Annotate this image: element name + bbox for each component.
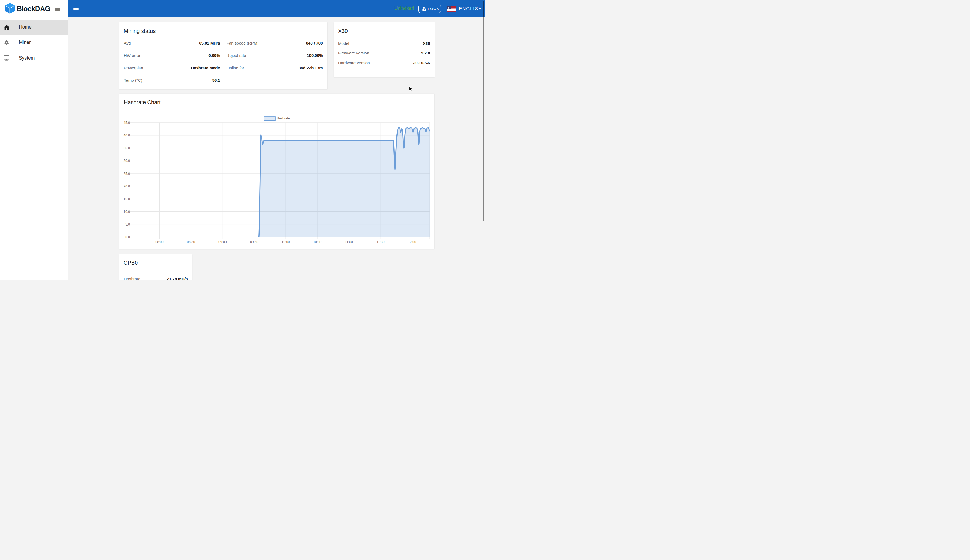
svg-text:0.0: 0.0 [125, 235, 130, 239]
svg-text:15.0: 15.0 [124, 197, 130, 201]
svg-text:35.0: 35.0 [124, 146, 130, 150]
svg-text:30.0: 30.0 [124, 159, 130, 163]
svg-text:10:30: 10:30 [313, 240, 321, 244]
svg-text:20.0: 20.0 [124, 185, 130, 188]
svg-text:25.0: 25.0 [124, 172, 130, 176]
svg-text:11:00: 11:00 [345, 240, 353, 244]
svg-text:10.0: 10.0 [124, 210, 130, 213]
svg-text:08:30: 08:30 [187, 240, 195, 244]
svg-text:10:00: 10:00 [282, 240, 290, 244]
svg-text:5.0: 5.0 [125, 223, 130, 226]
svg-text:45.0: 45.0 [124, 121, 130, 125]
svg-text:12:00: 12:00 [408, 240, 416, 244]
svg-text:09:00: 09:00 [219, 240, 227, 244]
svg-text:11:30: 11:30 [376, 240, 384, 244]
svg-text:Hashrate: Hashrate [277, 117, 290, 120]
svg-text:09:30: 09:30 [250, 240, 258, 244]
svg-text:08:00: 08:00 [155, 240, 163, 244]
svg-text:40.0: 40.0 [124, 133, 130, 137]
